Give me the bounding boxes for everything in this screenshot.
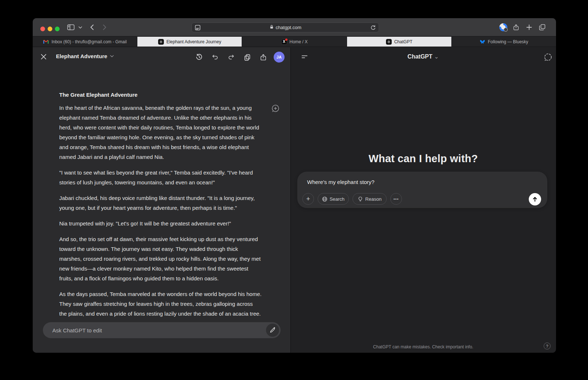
x-icon: X <box>281 39 287 45</box>
chat-panel: ChatGPT ⌄ What can I help with? Where's … <box>291 47 556 353</box>
onepassword-icon[interactable] <box>499 23 507 31</box>
document-paragraph: Jabari chuckled, his deep voice rumbling… <box>59 193 262 213</box>
desktop-background: chatgpt.com Inbox <box>0 0 588 380</box>
arrow-up-icon <box>532 196 538 202</box>
document-title: The Great Elephant Adventure <box>59 92 262 98</box>
canvas-title[interactable]: Elephant Adventure <box>56 53 114 59</box>
address-bar[interactable]: chatgpt.com <box>192 23 379 32</box>
chevron-down-icon[interactable] <box>78 23 83 31</box>
notification-dot <box>285 39 287 41</box>
send-button[interactable] <box>529 193 541 205</box>
tab-label: ChatGPT <box>394 39 412 44</box>
reason-button[interactable]: Reason <box>353 193 387 205</box>
forward-icon[interactable] <box>101 23 109 31</box>
close-icon[interactable] <box>41 54 47 60</box>
ask-chatgpt-edit-input[interactable]: Ask ChatGPT to edit <box>43 322 281 338</box>
tab-home-x[interactable]: X Home / X <box>242 37 347 47</box>
tab-overview-icon[interactable] <box>538 23 546 31</box>
url-text: chatgpt.com <box>276 25 302 30</box>
bluesky-icon <box>479 39 485 45</box>
tab-bar: Inbox (60) - thruflo@gmail.com - Gmail E… <box>33 37 556 47</box>
edit-pencil-icon[interactable] <box>266 324 279 337</box>
tab-label: Inbox (60) - thruflo@gmail.com - Gmail <box>52 39 127 44</box>
back-icon[interactable] <box>88 23 96 31</box>
chat-composer[interactable]: Where's my elephant story? + Search Reas… <box>297 172 547 208</box>
close-window-button[interactable] <box>40 27 45 31</box>
document-paragraph: In the heart of the African savanna, ben… <box>59 103 262 162</box>
share-icon[interactable] <box>512 23 520 31</box>
disclaimer-text: ChatGPT can make mistakes. Check importa… <box>291 344 556 349</box>
document-paragraph: And so, the trio set off at dawn, their … <box>59 234 262 283</box>
redo-icon[interactable] <box>227 53 235 61</box>
reload-icon[interactable] <box>370 25 376 32</box>
document-paragraph: As the days passed, Temba marveled at th… <box>59 289 262 319</box>
edit-input-placeholder: Ask ChatGPT to edit <box>52 327 102 333</box>
tab-elephant-adventure-journey[interactable]: Elephant Adventure Journey <box>137 37 242 47</box>
canvas-panel: Elephant Adventure <box>33 47 291 353</box>
safari-window: chatgpt.com Inbox <box>33 18 556 353</box>
browser-toolbar: chatgpt.com <box>33 18 556 36</box>
copy-icon[interactable] <box>243 53 251 61</box>
tab-label: Following — Bluesky <box>488 39 528 44</box>
globe-icon <box>322 196 327 202</box>
history-icon[interactable] <box>195 53 204 61</box>
more-options-button[interactable]: ••• <box>390 193 402 205</box>
tab-chatgpt[interactable]: ChatGPT <box>347 37 452 47</box>
model-picker[interactable]: ChatGPT ⌄ <box>291 53 556 60</box>
chat-header: ChatGPT ⌄ <box>291 47 556 66</box>
help-button[interactable]: ? <box>544 343 551 349</box>
tab-gmail[interactable]: Inbox (60) - thruflo@gmail.com - Gmail <box>33 37 137 47</box>
reader-icon[interactable] <box>195 25 201 32</box>
sidebar-icon[interactable] <box>67 23 75 31</box>
tab-label: Elephant Adventure Journey <box>166 39 221 44</box>
tab-label: Home / X <box>290 39 308 44</box>
document[interactable]: The Great Elephant Adventure In the hear… <box>59 92 262 324</box>
gmail-icon <box>43 39 49 45</box>
chevron-down-icon <box>110 55 114 57</box>
tab-bluesky[interactable]: Following — Bluesky <box>452 37 556 47</box>
canvas-header: Elephant Adventure <box>33 47 290 66</box>
share-icon[interactable] <box>259 53 267 61</box>
lightbulb-icon <box>358 196 363 202</box>
undo-icon[interactable] <box>211 53 220 61</box>
minimize-window-button[interactable] <box>48 27 52 31</box>
comment-add-icon[interactable] <box>271 104 280 113</box>
lock-icon <box>269 24 274 31</box>
chatgpt-icon <box>158 39 164 45</box>
temporary-chat-icon[interactable] <box>543 52 553 62</box>
avatar[interactable]: JA <box>274 52 285 63</box>
page-content: Elephant Adventure <box>33 47 556 353</box>
search-button[interactable]: Search <box>318 193 349 205</box>
composer-text[interactable]: Where's my elephant story? <box>307 179 374 185</box>
plus-icon[interactable] <box>525 23 533 31</box>
welcome-heading: What can I help with? <box>291 153 556 165</box>
attach-button[interactable]: + <box>302 193 314 205</box>
document-paragraph: "I want to see what lies beyond the grea… <box>59 168 262 187</box>
chatgpt-icon <box>386 39 392 45</box>
document-paragraph: Nia trumpeted with joy. "Let's go! It wi… <box>59 219 262 228</box>
zoom-window-button[interactable] <box>55 27 60 31</box>
